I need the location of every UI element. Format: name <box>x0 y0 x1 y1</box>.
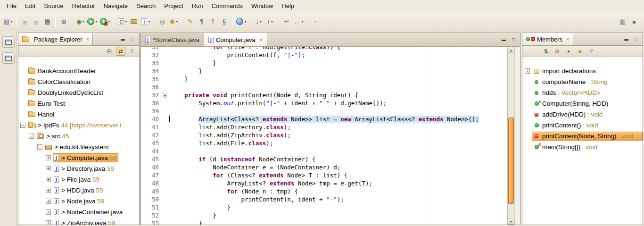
tree-item[interactable]: −> src 45 <box>18 131 139 142</box>
member-item[interactable]: Smain(String[]) : void <box>522 142 643 152</box>
minimize-view-button[interactable]: ▬ <box>118 35 127 43</box>
menu-help[interactable]: Help <box>277 1 298 11</box>
dropdown-arrow-icon[interactable]: ▾ <box>271 19 273 24</box>
code-line[interactable]: 42 list.add(ZipArchiv.class); <box>141 131 507 139</box>
code-line[interactable]: 48 ArrayList<? extends Node> tmp = e.get… <box>141 179 507 187</box>
tree-item[interactable]: +> File.java 59 <box>18 174 139 185</box>
overflow-button[interactable]: » <box>628 16 640 28</box>
menu-search[interactable]: Search <box>132 1 160 11</box>
view-menu-button[interactable]: ▽ <box>586 47 596 56</box>
editor-tab-computer-java[interactable]: Computer.java× <box>204 33 267 46</box>
tree-item[interactable]: BankAccountReader <box>18 66 139 76</box>
search-button[interactable]: ✺▾ <box>168 16 179 28</box>
scroll-down-icon[interactable]: ▼ <box>508 218 514 225</box>
hide-static-button[interactable]: ● <box>564 47 573 56</box>
web-browser-button[interactable]: ▾ <box>235 16 248 28</box>
print-button[interactable]: ▤ <box>41 16 53 28</box>
code-line[interactable]: 32 printContent(f, "|-"); <box>141 51 507 59</box>
dropdown-arrow-icon[interactable]: ▾ <box>314 19 316 24</box>
dropdown-arrow-icon[interactable]: ▾ <box>301 19 303 24</box>
code-line[interactable]: 51 } <box>141 203 507 211</box>
expander-plus-icon[interactable]: + <box>46 177 51 182</box>
editor-viewport[interactable]: 31 for (File f : hdd.get(File.class)) {3… <box>141 47 507 225</box>
code-line[interactable]: 47 for (Class<? extends Node> T : list) … <box>141 171 507 179</box>
dropdown-arrow-icon[interactable]: ▾ <box>95 19 97 24</box>
code-line[interactable]: 35 } <box>141 75 507 83</box>
tree-item[interactable]: +> Directory.java 59 <box>18 163 139 174</box>
scroll-up-icon[interactable]: ▲ <box>508 47 514 53</box>
editor-vertical-scrollbar[interactable]: ▲ ▼ <box>507 47 514 225</box>
menu-source[interactable]: Source <box>40 1 67 11</box>
tree-item[interactable]: −> edu.kit.filesystem <box>18 142 139 152</box>
dropdown-arrow-icon[interactable]: ▾ <box>125 19 127 24</box>
tree-item[interactable]: ColorClassification <box>18 76 139 87</box>
fast-view-1-button[interactable] <box>2 36 15 48</box>
code-line[interactable]: 41 list.add(Directory.class); <box>141 123 507 131</box>
expander-plus-icon[interactable]: + <box>46 199 51 204</box>
members-tab[interactable]: Members × <box>522 33 573 45</box>
new-package-button[interactable] <box>128 16 140 28</box>
member-item[interactable]: printContent() : void <box>522 120 643 131</box>
code-line[interactable]: 40 ArrayList<Class<? extends Node>> list… <box>141 115 507 123</box>
maximize-view-button[interactable]: □ <box>128 35 137 43</box>
new-class-button[interactable]: C▾ <box>116 16 128 28</box>
tree-item[interactable]: +> NodeContainer.java <box>18 207 139 218</box>
minimize-view-button[interactable]: ▬ <box>622 35 631 43</box>
expander-plus-icon[interactable]: + <box>46 155 51 160</box>
menu-refactor[interactable]: Refactor <box>68 1 99 11</box>
code-line[interactable]: 53 } <box>141 219 507 225</box>
code-line[interactable]: 39 <box>141 107 507 115</box>
menu-run[interactable]: Run <box>188 1 207 11</box>
tree-item[interactable]: DoublyLinkedCyclicList <box>18 87 139 98</box>
code-line[interactable]: 37 private void printContent(Node d, Str… <box>141 91 507 99</box>
menu-navigate[interactable]: Navigate <box>99 1 132 11</box>
editor-tab--someclass-java[interactable]: *SomeClass.java <box>141 33 204 46</box>
code-line[interactable]: 46 NodeContainer e = (NodeContainer) d; <box>141 163 507 171</box>
expander-plus-icon[interactable]: + <box>46 209 51 215</box>
code-line[interactable]: 43 list.add(File.class); <box>141 139 507 147</box>
dropdown-arrow-icon[interactable]: ▾ <box>108 19 110 24</box>
expander-minus-icon[interactable]: − <box>20 123 25 128</box>
previous-annotation-button[interactable]: ↑▾ <box>264 16 275 28</box>
expander-plus-icon[interactable]: + <box>525 68 530 74</box>
hide-fields-button[interactable]: ⊘ <box>553 47 562 56</box>
close-view-icon[interactable]: × <box>86 37 89 42</box>
maximize-editor-button[interactable]: □ <box>509 36 518 44</box>
open-type-button[interactable]: ◎ <box>157 16 168 28</box>
menu-file[interactable]: File <box>2 1 21 11</box>
menu-edit[interactable]: Edit <box>21 1 40 11</box>
back-button[interactable]: ←▾ <box>292 16 305 28</box>
code-line[interactable]: 50 printContent(n, ident + "-"); <box>141 195 507 203</box>
close-tab-icon[interactable]: × <box>260 37 263 42</box>
scrollbar-thumb[interactable] <box>508 117 514 204</box>
dropdown-arrow-icon[interactable]: ▾ <box>10 19 12 24</box>
external-tools-button[interactable]: ▾ <box>99 16 111 28</box>
member-item[interactable]: cComputer(String, HDD) <box>522 98 643 109</box>
expander-plus-icon[interactable]: + <box>46 220 51 225</box>
sort-button[interactable]: ⇅ <box>541 47 551 56</box>
member-item[interactable]: printContent(Node, String) : void <box>522 131 643 142</box>
debug-button[interactable]: ◉▾ <box>74 16 86 28</box>
code-line[interactable]: 36 <box>141 83 507 91</box>
fast-view-2-button[interactable] <box>2 52 15 64</box>
code-line[interactable]: 34 } <box>141 67 507 75</box>
last-edit-location-button[interactable]: ↩ <box>281 16 292 28</box>
minimize-editor-button[interactable]: ▬ <box>499 36 508 44</box>
code-line[interactable]: 33 } <box>141 59 507 67</box>
code-line[interactable]: 31 for (File f : hdd.get(File.class)) { <box>141 47 507 51</box>
tree-item[interactable]: Hanoi <box>18 109 139 120</box>
expander-plus-icon[interactable]: + <box>46 188 51 193</box>
menu-project[interactable]: Project <box>160 1 187 11</box>
tree-item[interactable]: +> Node.java 59 <box>18 196 139 207</box>
code-editor[interactable]: 31 for (File f : hdd.get(File.class)) {3… <box>141 47 520 225</box>
hide-non-public-button[interactable]: ◆ <box>575 47 585 56</box>
member-item[interactable]: +import declarations <box>522 66 643 76</box>
expander-minus-icon[interactable]: − <box>29 134 34 139</box>
dropdown-arrow-icon[interactable]: ▾ <box>148 19 150 24</box>
expander-plus-icon[interactable]: + <box>46 166 51 171</box>
editor-presentation-button[interactable]: ▥ <box>617 16 628 28</box>
tree-item[interactable]: +> Computer.java 59 <box>18 152 139 163</box>
show-whitespace-button[interactable]: ¶ <box>196 16 207 28</box>
code-line[interactable]: 44 <box>141 147 507 155</box>
member-item[interactable]: computerName : String <box>522 76 643 87</box>
